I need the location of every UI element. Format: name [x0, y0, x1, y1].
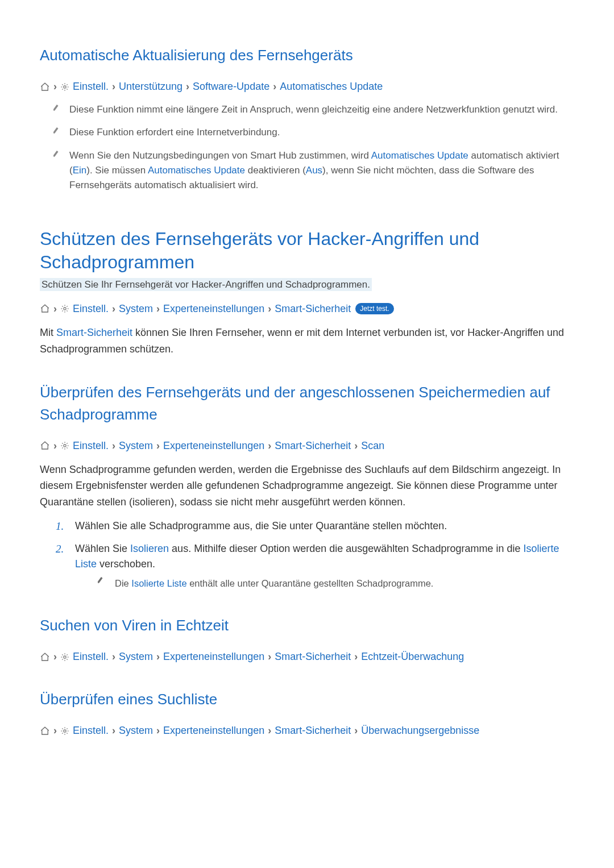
try-now-badge[interactable]: Jetzt test.: [355, 303, 393, 314]
chevron-right-icon: ›: [156, 438, 160, 454]
breadcrumb-link[interactable]: Experteneinstellungen: [163, 649, 264, 665]
note-item: Diese Funktion nimmt eine längere Zeit i…: [40, 102, 574, 117]
note-text: Diese Funktion erfordert eine Internetve…: [69, 125, 574, 140]
pencil-icon: [52, 127, 60, 140]
breadcrumb-link[interactable]: Experteneinstellungen: [163, 438, 264, 454]
section-heading-scan: Überprüfen des Fernsehgeräts und der ang…: [40, 381, 574, 426]
text-fragment: aus. Mithilfe dieser Option werden die a…: [169, 543, 523, 554]
breadcrumb-link[interactable]: Unterstützung: [119, 79, 182, 94]
breadcrumb-link[interactable]: Smart-Sicherheit: [275, 723, 351, 738]
pencil-icon: [97, 576, 105, 591]
chevron-right-icon: ›: [268, 438, 271, 454]
home-icon: [40, 304, 50, 314]
note-item: Wenn Sie den Nutzungsbedingungen von Sma…: [40, 148, 574, 193]
breadcrumb: › Einstell. › System › Experteneinstellu…: [40, 438, 574, 454]
section-heading-realtime: Suchen von Viren in Echtzeit: [40, 614, 574, 637]
note-text: Diese Funktion nimmt eine längere Zeit i…: [69, 102, 574, 117]
chevron-right-icon: ›: [273, 79, 276, 94]
chevron-right-icon: ›: [156, 649, 160, 665]
chevron-right-icon: ›: [53, 301, 57, 317]
chevron-right-icon: ›: [112, 438, 115, 454]
inline-link[interactable]: Isolierte Liste: [131, 578, 186, 588]
sub-note-text: Die Isolierte Liste enthält alle unter Q…: [115, 576, 433, 591]
inline-link[interactable]: Automatisches Update: [371, 150, 468, 161]
paragraph: Mit Smart-Sicherheit können Sie Ihren Fe…: [40, 325, 574, 358]
chevron-right-icon: ›: [186, 79, 189, 94]
chevron-right-icon: ›: [156, 723, 160, 738]
breadcrumb: › Einstell. › System › Experteneinstellu…: [40, 301, 574, 317]
breadcrumb-link[interactable]: Scan: [361, 438, 384, 454]
breadcrumb-link[interactable]: Einstell.: [73, 301, 109, 317]
breadcrumb-link[interactable]: Experteneinstellungen: [163, 301, 264, 317]
pencil-icon: [52, 104, 60, 117]
breadcrumb: › Einstell. › Unterstützung › Software-U…: [40, 79, 574, 94]
section-heading-protect: Schützen des Fernsehgeräts vor Hacker-An…: [40, 227, 574, 275]
chevron-right-icon: ›: [268, 301, 271, 317]
text-fragment: Wählen Sie: [75, 543, 130, 554]
breadcrumb-link[interactable]: System: [119, 438, 153, 454]
breadcrumb-link[interactable]: Automatisches Update: [280, 79, 383, 94]
list-item: 1. Wählen Sie alle Schadprogramme aus, d…: [56, 518, 574, 535]
step-text: Wählen Sie alle Schadprogramme aus, die …: [75, 518, 574, 535]
chevron-right-icon: ›: [53, 79, 57, 94]
text-fragment: enthält alle unter Quarantäne gestellten…: [187, 578, 434, 588]
chevron-right-icon: ›: [354, 649, 358, 665]
chevron-right-icon: ›: [354, 723, 358, 738]
note-item: Diese Funktion erfordert eine Internetve…: [40, 125, 574, 140]
chevron-right-icon: ›: [112, 301, 115, 317]
section-heading-results: Überprüfen eines Suchliste: [40, 688, 574, 711]
breadcrumb-link[interactable]: System: [119, 649, 153, 665]
subtitle-text: Schützen Sie Ihr Fernsehgerät vor Hacker…: [40, 278, 372, 291]
gear-icon: [60, 304, 69, 313]
note-fragment: Wenn Sie den Nutzungsbedingungen von Sma…: [69, 150, 371, 161]
section-subtitle: Schützen Sie Ihr Fernsehgerät vor Hacker…: [40, 277, 574, 292]
gear-icon: [60, 653, 69, 662]
home-icon: [40, 82, 50, 92]
chevron-right-icon: ›: [268, 723, 271, 738]
breadcrumb-link[interactable]: Überwachungsergebnisse: [361, 723, 479, 738]
breadcrumb: › Einstell. › System › Experteneinstellu…: [40, 649, 574, 665]
breadcrumb-link[interactable]: Einstell.: [73, 79, 109, 94]
inline-link[interactable]: Smart-Sicherheit: [56, 327, 132, 338]
breadcrumb-link[interactable]: Echtzeit-Überwachung: [361, 649, 464, 665]
breadcrumb-link[interactable]: System: [119, 723, 153, 738]
gear-icon: [60, 82, 69, 92]
home-icon: [40, 652, 50, 662]
text-fragment: Die: [115, 578, 131, 588]
breadcrumb-link[interactable]: Einstell.: [73, 438, 109, 454]
pencil-icon: [52, 150, 60, 193]
list-item: 2. Wählen Sie Isolieren aus. Mithilfe di…: [56, 541, 574, 591]
text-fragment: Mit: [40, 327, 56, 338]
breadcrumb-link[interactable]: Smart-Sicherheit: [275, 438, 351, 454]
breadcrumb-link[interactable]: Einstell.: [73, 649, 109, 665]
inline-link[interactable]: Automatisches Update: [148, 165, 245, 176]
chevron-right-icon: ›: [53, 723, 57, 738]
breadcrumb-link[interactable]: Software-Update: [193, 79, 269, 94]
inline-link: Aus: [306, 165, 322, 176]
step-text: Wählen Sie Isolieren aus. Mithilfe diese…: [75, 541, 574, 591]
note-fragment: ). Sie müssen: [86, 165, 148, 176]
chevron-right-icon: ›: [156, 301, 160, 317]
ordered-list: 1. Wählen Sie alle Schadprogramme aus, d…: [56, 518, 574, 591]
home-icon: [40, 441, 50, 451]
chevron-right-icon: ›: [112, 723, 115, 738]
paragraph: Wenn Schadprogramme gefunden werden, wer…: [40, 462, 574, 510]
breadcrumb-link[interactable]: Smart-Sicherheit: [275, 649, 351, 665]
breadcrumb: › Einstell. › System › Experteneinstellu…: [40, 723, 574, 738]
note-text: Wenn Sie den Nutzungsbedingungen von Sma…: [69, 148, 574, 193]
chevron-right-icon: ›: [268, 649, 271, 665]
breadcrumb-link[interactable]: Einstell.: [73, 723, 109, 738]
chevron-right-icon: ›: [112, 649, 115, 665]
breadcrumb-link[interactable]: Smart-Sicherheit: [275, 301, 351, 317]
text-fragment: verschoben.: [97, 558, 155, 570]
note-list: Diese Funktion nimmt eine längere Zeit i…: [40, 102, 574, 193]
note-fragment: deaktivieren (: [245, 165, 306, 176]
chevron-right-icon: ›: [53, 438, 57, 454]
gear-icon: [60, 726, 69, 736]
inline-link: Ein: [73, 165, 87, 176]
breadcrumb-link[interactable]: System: [119, 301, 153, 317]
inline-link[interactable]: Isolieren: [130, 543, 169, 554]
section-heading-auto-update: Automatische Aktualisierung des Fernsehg…: [40, 44, 574, 67]
breadcrumb-link[interactable]: Experteneinstellungen: [163, 723, 264, 738]
step-number: 1.: [56, 518, 65, 535]
